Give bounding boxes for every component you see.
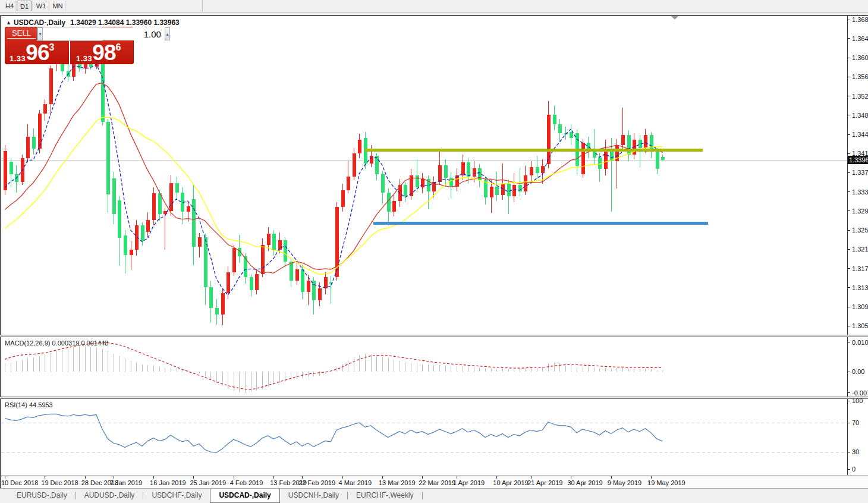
time-axis-tick bbox=[342, 476, 343, 479]
timeframe-button-mn[interactable]: MN bbox=[50, 1, 65, 11]
tab-usdchf-daily[interactable]: USDCHF-,Daily bbox=[143, 489, 210, 503]
toolbar-separator bbox=[202, 0, 203, 12]
time-axis-label: 22 Feb 2019 bbox=[298, 479, 335, 486]
time-axis-label: 30 Apr 2019 bbox=[567, 479, 602, 486]
pane-separator[interactable] bbox=[0, 397, 868, 399]
buy-button[interactable]: BUY bbox=[103, 28, 131, 39]
pane-separator[interactable] bbox=[0, 335, 868, 337]
sell-price-big: 96 bbox=[26, 40, 49, 65]
time-axis-label: 19 May 2019 bbox=[647, 479, 685, 486]
tab-eurchf-weekly[interactable]: EURCHF-,Weekly bbox=[348, 489, 422, 503]
rsi-axis-tick bbox=[848, 469, 850, 470]
price-axis-label: 1.36860 bbox=[852, 16, 868, 23]
time-axis-label: 1 Apr 2019 bbox=[453, 479, 485, 486]
symbol-marker-icon: ▲ bbox=[6, 20, 11, 26]
time-axis[interactable]: 10 Dec 201819 Dec 201828 Dec 20187 Jan 2… bbox=[0, 476, 868, 488]
time-axis-tick bbox=[611, 476, 612, 479]
price-axis-tick bbox=[848, 115, 850, 115]
price-axis-label: 1.34490 bbox=[852, 131, 868, 138]
macd-axis-label: -0.00747 bbox=[852, 389, 868, 397]
buy-price[interactable]: 1.33986 bbox=[76, 41, 121, 64]
buy-price-big: 98 bbox=[92, 40, 115, 65]
time-axis-label: 10 Apr 2019 bbox=[493, 479, 528, 486]
time-axis-tick bbox=[571, 476, 571, 479]
price-axis-tick bbox=[848, 38, 850, 39]
price-axis-border bbox=[847, 16, 848, 475]
time-axis-tick bbox=[302, 476, 303, 479]
sell-button[interactable]: SELL bbox=[7, 28, 36, 39]
chart-title: ▲USDCAD-,Daily1.34029 1.34084 1.33960 1.… bbox=[6, 18, 180, 27]
tab-eurusd-daily[interactable]: EURUSD-,Daily bbox=[8, 489, 76, 503]
chart-ohlc-values: 1.34029 1.34084 1.33960 1.33963 bbox=[70, 18, 180, 27]
current-price-badge: 1.33963 bbox=[848, 156, 868, 164]
price-axis-tick bbox=[848, 20, 850, 20]
sell-price[interactable]: 1.33963 bbox=[10, 41, 54, 64]
price-axis-tick bbox=[848, 96, 850, 96]
timeframe-toolbar: H4D1W1MN bbox=[0, 0, 868, 12]
volume-decrease-icon[interactable]: ▼ bbox=[37, 27, 43, 40]
rsi-axis-label: 0 bbox=[852, 466, 856, 473]
price-axis-tick bbox=[848, 153, 850, 154]
macd-axis-label: 0.00 bbox=[852, 368, 864, 375]
toolbar-separator bbox=[49, 1, 49, 11]
sell-price-sup: 3 bbox=[49, 42, 54, 52]
time-axis-tick bbox=[531, 476, 532, 479]
macd-values: 0.000319 0.001448 bbox=[52, 339, 108, 347]
toolbar-separator bbox=[32, 1, 33, 11]
time-axis-label: 21 Apr 2019 bbox=[527, 479, 562, 486]
price-axis-tick bbox=[848, 58, 850, 58]
price-axis-tick bbox=[848, 307, 850, 307]
time-axis-tick bbox=[5, 476, 5, 479]
tab-usdcnh-daily[interactable]: USDCNH-,Daily bbox=[280, 489, 347, 503]
sell-price-prefix: 1.33 bbox=[10, 54, 26, 63]
time-axis-label: 10 Dec 2018 bbox=[1, 479, 38, 486]
price-axis-tick bbox=[848, 287, 850, 288]
time-axis-label: 13 Mar 2019 bbox=[379, 479, 416, 486]
price-axis-label: 1.30550 bbox=[852, 322, 868, 329]
toolbar-separator bbox=[65, 1, 66, 11]
window-frame-left bbox=[0, 15, 1, 488]
volume-stepper: ▼ ▲ bbox=[37, 27, 103, 41]
price-axis-label: 1.30940 bbox=[852, 303, 868, 310]
time-axis-tick bbox=[422, 476, 423, 479]
time-axis-label: 22 Mar 2019 bbox=[419, 479, 455, 486]
price-divider bbox=[69, 41, 70, 64]
time-axis-label: 9 May 2019 bbox=[608, 479, 641, 486]
price-axis-label: 1.36070 bbox=[852, 54, 868, 61]
time-axis-label: 4 Mar 2019 bbox=[339, 479, 372, 486]
timeframe-button-d1[interactable]: D1 bbox=[17, 1, 32, 11]
macd-label: MACD(12,26,9) 0.000319 0.001448 bbox=[5, 339, 108, 347]
time-axis-tick bbox=[114, 476, 114, 479]
price-axis-label: 1.33310 bbox=[852, 188, 868, 196]
order-row: SELL ▼ ▲ BUY bbox=[5, 27, 134, 40]
rsi-axis-tick bbox=[848, 452, 850, 452]
rsi-axis-tick bbox=[848, 401, 850, 401]
macd-pane[interactable] bbox=[1, 337, 847, 397]
time-axis-tick bbox=[382, 476, 383, 479]
time-axis-tick bbox=[273, 476, 274, 479]
tab-usdcad-daily[interactable]: USDCAD-,Daily bbox=[210, 489, 279, 503]
price-axis-tick bbox=[848, 134, 850, 135]
timeframe-button-w1[interactable]: W1 bbox=[33, 1, 49, 11]
chart-shift-icon[interactable] bbox=[671, 16, 678, 20]
time-axis-label: 16 Jan 2019 bbox=[150, 479, 186, 486]
price-axis-label: 1.35680 bbox=[852, 73, 868, 80]
macd-name: MACD(12,26,9) bbox=[5, 339, 50, 347]
rsi-axis-label: 100 bbox=[852, 397, 863, 404]
macd-axis-tick bbox=[848, 342, 850, 342]
price-axis-tick bbox=[848, 230, 850, 231]
price-axis-label: 1.31730 bbox=[852, 265, 868, 272]
price-axis-label: 1.32520 bbox=[852, 227, 868, 234]
volume-increase-icon[interactable]: ▲ bbox=[165, 27, 170, 40]
macd-axis-tick bbox=[848, 372, 850, 372]
price-axis-tick bbox=[848, 249, 850, 250]
tab-audusd-daily[interactable]: AUDUSD-,Daily bbox=[76, 489, 143, 503]
rsi-pane[interactable] bbox=[1, 399, 847, 475]
price-axis-label: 1.32920 bbox=[852, 208, 868, 215]
price-axis-tick bbox=[848, 172, 850, 173]
time-axis-tick bbox=[651, 476, 652, 479]
price-axis-label: 1.31340 bbox=[852, 284, 868, 291]
time-axis-tick bbox=[85, 476, 86, 479]
rsi-axis-label: 30 bbox=[852, 448, 859, 455]
time-axis-tick bbox=[153, 476, 154, 479]
